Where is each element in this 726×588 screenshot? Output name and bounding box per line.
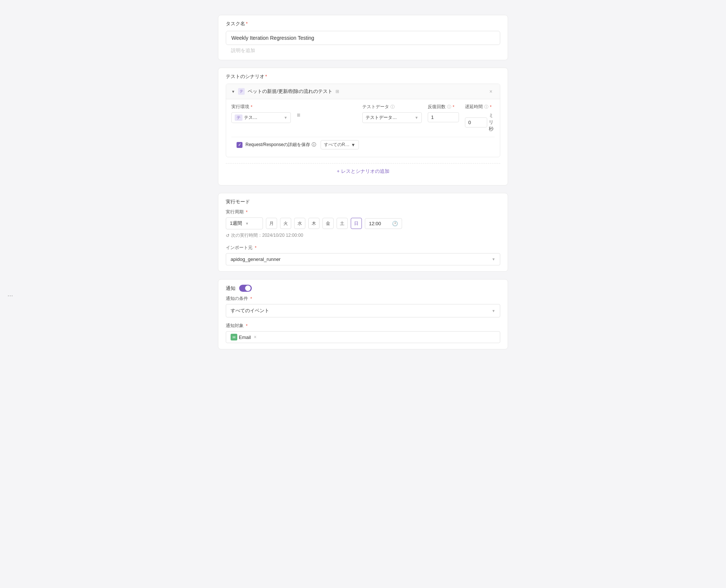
env-field-label: 実行環境 * [231, 104, 291, 110]
iterations-input[interactable] [428, 112, 459, 122]
scenario-label: テストのシナリオ* [218, 68, 508, 84]
day-btn-wed[interactable]: 水 [294, 218, 305, 229]
condition-field-label: 通知の条件 * [226, 295, 500, 302]
scenario-fields: 実行環境 * テ テス… ▼ ≡ テスト [226, 99, 500, 157]
fields-row: 実行環境 * テ テス… ▼ ≡ テスト [231, 104, 495, 132]
email-tag: ✉ Email × [226, 331, 500, 343]
save-request-row: Request/Responseの詳細を保存 ⓘ すべてのR… ▼ [231, 137, 495, 152]
chevron-icon4: ▼ [245, 222, 249, 226]
scenario-header: ▼ テ ペットの新規/更新/削除の流れのテスト ⊞ × [226, 84, 500, 99]
env-value: テス… [244, 114, 257, 121]
execution-section: 実行モード 実行周期 * 1週間 ▼ 月 火 水 木 金 土 日 12:00 [218, 193, 508, 272]
save-request-checkbox[interactable] [237, 142, 242, 148]
day-btn-sun[interactable]: 日 [351, 218, 362, 229]
day-btn-sat[interactable]: 土 [337, 218, 348, 229]
save-request-select-value: すべてのR… [324, 142, 350, 148]
test-data-label: テストデータ ⓘ [362, 104, 422, 110]
chevron-down-icon[interactable]: ▼ [231, 90, 235, 94]
import-select[interactable]: apidog_general_runner ▼ [226, 253, 500, 265]
iterations-field-group: 反復回数 ⓘ * [428, 104, 459, 122]
period-field-label: 実行周期 * [226, 209, 500, 215]
delay-field-group: 遅延時間 ⓘ * ミリ秒 [465, 104, 495, 132]
scenario-close-icon[interactable]: × [487, 88, 495, 95]
next-exec-info: ↺ 次の実行時間：2024/10/20 12:00:00 [226, 232, 500, 239]
sidebar-dots: ... [7, 290, 13, 298]
target-field-label: 通知対象 * [226, 323, 500, 329]
day-btn-mon[interactable]: 月 [266, 218, 277, 229]
period-value: 1週間 [230, 220, 242, 227]
scenario-title: ペットの新規/更新/削除の流れのテスト [248, 88, 333, 95]
menu-icon[interactable]: ≡ [297, 112, 356, 119]
delay-unit: ミリ秒 [489, 112, 495, 132]
chevron-icon3: ▼ [351, 142, 356, 148]
day-btn-tue[interactable]: 火 [280, 218, 291, 229]
save-request-label: Request/Responseの詳細を保存 ⓘ [245, 142, 316, 148]
task-name-input[interactable] [226, 31, 500, 45]
import-field-label: インポート元 * [226, 245, 500, 251]
scenario-header-left: ▼ テ ペットの新規/更新/削除の流れのテスト ⊞ [231, 88, 339, 95]
delay-label: 遅延時間 ⓘ * [465, 104, 495, 110]
chevron-icon6: ▼ [492, 309, 495, 313]
clock-icon: 🕐 [392, 221, 398, 226]
task-name-body: 説明を追加 [218, 31, 508, 60]
day-btn-fri[interactable]: 金 [322, 218, 334, 229]
time-value: 12:00 [369, 221, 381, 226]
refresh-icon: ↺ [226, 233, 229, 238]
add-scenario-button[interactable]: + レスとシナリオの追加 [226, 163, 500, 179]
scenario-section: テストのシナリオ* ▼ テ ペットの新規/更新/削除の流れのテスト ⊞ × 実行… [218, 68, 508, 185]
task-name-label: タスク名* [218, 15, 508, 31]
external-link-icon[interactable]: ⊞ [335, 89, 339, 94]
time-input[interactable]: 12:00 🕐 [365, 218, 402, 229]
test-data-value: テストデータ… [366, 114, 397, 121]
notification-body: 通知の条件 * すべてのイベント ▼ 通知対象 * ✉ Email × [218, 295, 508, 349]
env-select[interactable]: テ テス… ▼ [231, 112, 291, 123]
chevron-icon: ▼ [284, 116, 287, 120]
env-tag: テ [235, 114, 242, 121]
condition-select[interactable]: すべてのイベント ▼ [226, 304, 500, 317]
condition-value: すべてのイベント [231, 307, 269, 314]
notification-section: 通知 通知の条件 * すべてのイベント ▼ 通知対象 * ✉ Email × [218, 279, 508, 349]
task-name-section: タスク名* 説明を追加 [218, 15, 508, 60]
iterations-label: 反復回数 ⓘ * [428, 104, 459, 110]
email-close-icon[interactable]: × [254, 335, 257, 340]
email-icon: ✉ [231, 334, 237, 340]
chevron-icon5: ▼ [492, 257, 495, 261]
import-value: apidog_general_runner [231, 256, 280, 262]
email-label: Email [239, 335, 251, 340]
menu-icon-group: ≡ [297, 104, 356, 119]
notification-toggle[interactable] [239, 285, 252, 292]
delay-input[interactable] [465, 117, 487, 127]
save-request-select[interactable]: すべてのR… ▼ [321, 140, 359, 149]
notification-title: 通知 [226, 285, 235, 292]
day-btn-thu[interactable]: 木 [308, 218, 319, 229]
execution-body: 実行周期 * 1週間 ▼ 月 火 水 木 金 土 日 12:00 🕐 [218, 209, 508, 271]
test-data-field-group: テストデータ ⓘ テストデータ… ▼ [362, 104, 422, 123]
notification-header: 通知 [218, 280, 508, 295]
env-field-group: 実行環境 * テ テス… ▼ [231, 104, 291, 123]
period-select[interactable]: 1週間 ▼ [226, 217, 263, 229]
description-placeholder: 説明を追加 [226, 47, 500, 54]
chevron-icon2: ▼ [415, 116, 418, 120]
test-data-select[interactable]: テストデータ… ▼ [362, 112, 422, 123]
execution-label: 実行モード [218, 193, 508, 209]
scenario-inner: ▼ テ ペットの新規/更新/削除の流れのテスト ⊞ × 実行環境 * テ [226, 84, 500, 157]
scenario-type-icon: テ [238, 88, 245, 95]
period-row: 1週間 ▼ 月 火 水 木 金 土 日 12:00 🕐 [226, 217, 500, 229]
